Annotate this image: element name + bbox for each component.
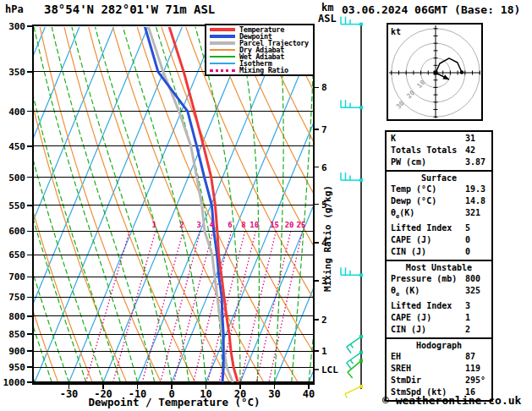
svg-text:-30: -30: [60, 388, 79, 400]
table-row: CIN (J)2: [387, 324, 491, 336]
table-row-value: 42: [465, 145, 475, 156]
table-row: θe(K)321: [387, 207, 491, 222]
table-row-value: 800: [465, 273, 480, 285]
svg-text:600: 600: [8, 226, 25, 237]
svg-text:15: 15: [270, 221, 279, 229]
legend-swatch: [210, 56, 235, 58]
svg-text:4: 4: [209, 221, 214, 229]
legend-swatch: [210, 41, 235, 45]
svg-text:40: 40: [303, 388, 315, 400]
table-row-label: Totals Totals: [391, 145, 465, 156]
svg-text:2: 2: [321, 315, 327, 326]
table-row-label: SREH: [391, 363, 465, 375]
legend-swatch: [210, 63, 235, 64]
sounding-curves: [145, 26, 238, 382]
svg-text:20: 20: [285, 221, 294, 229]
table-row-label: Lifted Index: [391, 222, 465, 234]
stats-table: HodographEH87SREH119StmDir295°StmSpd (kt…: [385, 337, 493, 402]
table-row: PW (cm)3.87: [387, 156, 491, 168]
stats-table: SurfaceTemp (°C)19.3Dewp (°C)14.8θe(K)32…: [385, 170, 493, 261]
table-row-value: 119: [465, 363, 480, 375]
svg-text:450: 450: [8, 141, 25, 152]
stats-table: K31Totals Totals42PW (cm)3.87: [385, 130, 493, 172]
table-row: θe (K)325: [387, 285, 491, 300]
table-row-label: CAPE (J): [391, 234, 465, 246]
svg-text:6: 6: [321, 162, 327, 173]
table-row: Pressure (mb)800: [387, 273, 491, 285]
table-row-value: 87: [465, 351, 475, 363]
table-row-value: 295°: [465, 375, 485, 386]
svg-text:850: 850: [8, 329, 25, 340]
svg-text:30: 30: [268, 388, 280, 400]
table-row-label: StmDir: [391, 375, 465, 386]
svg-text:750: 750: [8, 292, 25, 303]
table-row-value: 31: [465, 133, 475, 145]
table-row-value: 19.3: [465, 184, 485, 195]
table-row-value: 321: [465, 207, 480, 222]
table-row: CAPE (J)1: [387, 312, 491, 324]
table-row-label: θe(K): [391, 207, 465, 222]
svg-text:350: 350: [8, 67, 25, 78]
svg-text:1: 1: [151, 221, 156, 229]
hodograph-panel: 102030kt: [381, 17, 532, 127]
table-row-value: 1: [465, 312, 470, 324]
table-row: Dewp (°C)14.8: [387, 195, 491, 207]
table-row: CAPE (J)0: [387, 234, 491, 246]
table-row: SREH119: [387, 363, 491, 375]
legend-label: Mixing Ratio: [239, 67, 288, 74]
legend: TemperatureDewpointParcel TrajectoryDry …: [205, 24, 315, 76]
svg-text:900: 900: [8, 346, 25, 357]
mixing-ratio-axis-label: Mixing Ratio (g/kg): [322, 185, 333, 292]
svg-text:400: 400: [8, 107, 25, 118]
svg-text:2: 2: [179, 221, 184, 229]
svg-text:300: 300: [8, 21, 25, 32]
table-row-value: 5: [465, 222, 470, 234]
table-row: Lifted Index3: [387, 300, 491, 312]
table-row-label: Temp (°C): [391, 184, 465, 195]
table-row-value: 0: [465, 246, 470, 258]
svg-text:8: 8: [241, 221, 245, 229]
svg-text:8: 8: [321, 82, 327, 93]
svg-text:950: 950: [8, 362, 25, 373]
footer-copyright: © weatheronline.co.uk: [382, 394, 521, 407]
table-row-value: 0: [465, 234, 470, 246]
x-axis-label: Dewpoint / Temperature (°C): [88, 396, 260, 408]
hodograph-unit-label: kt: [391, 27, 401, 36]
legend-item: Mixing Ratio: [210, 67, 311, 74]
pressure-axis: 3003504004505005506006507007508008509009…: [3, 21, 33, 388]
table-row-value: 14.8: [465, 195, 485, 207]
svg-text:3: 3: [196, 221, 200, 229]
dewpoint-curve: [145, 26, 223, 382]
table-row-value: 2: [465, 324, 470, 336]
table-row-label: CAPE (J): [391, 312, 465, 324]
table-row-label: PW (cm): [391, 156, 465, 168]
table-row-label: θe (K): [391, 285, 465, 300]
svg-text:800: 800: [8, 311, 25, 322]
svg-text:1: 1: [321, 346, 327, 357]
table-row: K31: [387, 133, 491, 145]
hodograph-ring-label: 20: [405, 89, 416, 100]
altitude-axis: 87654321LCLMixing Ratio (g/kg): [314, 82, 338, 375]
skewt-plot: 1234681015202530035040045050055060065070…: [0, 0, 381, 411]
stats-panel: K31Totals Totals42PW (cm)3.87SurfaceTemp…: [385, 130, 493, 402]
table-title: Most Unstable: [387, 262, 491, 273]
legend-swatch: [210, 28, 235, 31]
hodograph-ring-label: 30: [395, 99, 406, 110]
table-row-value: 3.87: [465, 156, 485, 168]
table-row-label: EH: [391, 351, 465, 363]
table-row: Lifted Index5: [387, 222, 491, 234]
svg-text:550: 550: [8, 200, 25, 211]
table-title: Hodograph: [387, 340, 491, 351]
table-row-label: Dewp (°C): [391, 195, 465, 207]
table-row-label: Lifted Index: [391, 300, 465, 312]
table-title: Surface: [387, 173, 491, 184]
table-row: CIN (J)0: [387, 246, 491, 258]
plot-border: [33, 25, 314, 384]
table-row: Temp (°C)19.3: [387, 184, 491, 195]
wind-barb-column: [341, 17, 363, 398]
table-row-value: 3: [465, 300, 470, 312]
table-row-value: 325: [465, 285, 480, 300]
table-row-label: CIN (J): [391, 324, 465, 336]
svg-text:7: 7: [321, 124, 327, 135]
svg-text:6: 6: [228, 221, 232, 229]
